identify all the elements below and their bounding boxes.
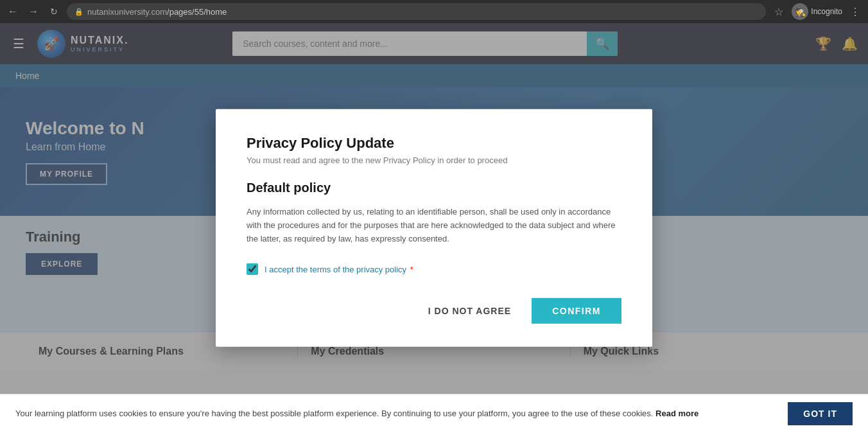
incognito-badge: 🕵 Incognito — [792, 3, 842, 20]
incognito-label: Incognito — [811, 7, 842, 16]
incognito-icon: 🕵 — [792, 3, 808, 20]
bookmark-button[interactable]: ☆ — [771, 4, 786, 19]
modal-subtitle: You must read and agree to the new Priva… — [247, 155, 621, 165]
privacy-policy-modal: Privacy Policy Update You must read and … — [216, 109, 652, 347]
menu-button[interactable]: ⋮ — [847, 4, 863, 19]
cookie-bar: Your learning platform uses cookies to e… — [0, 394, 868, 433]
modal-actions: I DO NOT AGREE CONFIRM — [247, 298, 621, 324]
browser-action-area: ☆ 🕵 Incognito ⋮ — [771, 3, 863, 20]
checkbox-row: I accept the terms of the privacy policy… — [247, 263, 621, 275]
confirm-button[interactable]: CONFIRM — [532, 298, 621, 324]
cookie-text: Your learning platform uses cookies to e… — [15, 408, 780, 420]
url-path: /pages/55/home — [167, 7, 227, 17]
address-bar[interactable]: 🔒 nutanixuniversity.com/pages/55/home — [67, 3, 766, 20]
back-button[interactable]: ← — [5, 4, 21, 19]
checkbox-label-text: I accept the terms of the privacy policy — [265, 265, 406, 274]
reload-button[interactable]: ↻ — [46, 4, 62, 19]
url-prefix: nutanixuniversity.com — [87, 7, 167, 17]
checkbox-label[interactable]: I accept the terms of the privacy policy… — [265, 265, 413, 274]
browser-chrome: ← → ↻ 🔒 nutanixuniversity.com/pages/55/h… — [0, 0, 868, 23]
modal-policy-title: Default policy — [247, 181, 621, 195]
required-star: * — [408, 265, 413, 274]
read-more-link[interactable]: Read more — [655, 409, 699, 418]
page-wrapper: ☰ 🚀 NUTANIX. UNIVERSITY 🔍 🏆 🔔 Home 🔗 Wel — [0, 23, 868, 433]
address-url: nutanixuniversity.com/pages/55/home — [87, 7, 227, 17]
cookie-message: Your learning platform uses cookies to e… — [15, 409, 653, 418]
do-not-agree-button[interactable]: I DO NOT AGREE — [418, 298, 521, 324]
lock-icon: 🔒 — [74, 8, 83, 16]
modal-title: Privacy Policy Update — [247, 135, 621, 152]
privacy-checkbox[interactable] — [247, 263, 258, 275]
modal-policy-text: Any information collected by us, relatin… — [247, 206, 621, 245]
forward-button[interactable]: → — [26, 4, 41, 19]
got-it-button[interactable]: GOT IT — [788, 402, 853, 425]
